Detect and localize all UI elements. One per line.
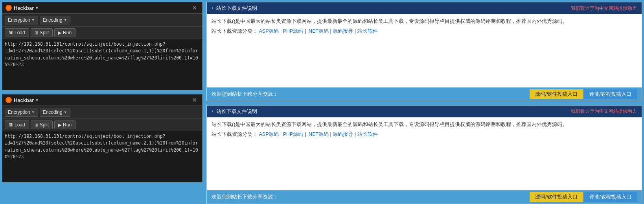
site-card-2-category-prefix: 站长下载资源分类： — [212, 132, 258, 137]
hackbar-2-load-button[interactable]: 🖫 Load — [5, 121, 29, 129]
hackbar-1-toolbar: Encryption ▼ Encoding ▼ — [2, 14, 202, 27]
site-card-1-footer-welcome: 欢迎您到站长下载分享资源： — [212, 91, 529, 98]
hackbar-1-actions: 🖫 Load ⊞ Split ▶ Run — [2, 27, 202, 39]
site-card-1-header-dot: • — [212, 5, 213, 11]
hackbar-1-close-button[interactable]: ✕ — [190, 4, 199, 12]
hackbar-2-encoding-button[interactable]: Encoding ▼ — [40, 108, 70, 117]
site-card-1-body: 站长下载()是中国最大的站长类资源下载网站，提供最新最全的源码和站长类工具下载，… — [207, 14, 642, 87]
split-icon-2: ⊞ — [35, 122, 38, 128]
hackbar-2-textarea[interactable]: http://192.168.31.131/control/sqlinject/… — [2, 131, 202, 182]
site-card-1-category-line: 站长下载资源分类： ASP源码 | PHP源码 | .NET源码 | 源码报导 … — [212, 27, 637, 35]
site-card-2-link-php[interactable]: PHP源码 — [283, 132, 304, 137]
hackbar-1-header: Hackbar ▾ ✕ — [2, 2, 202, 14]
site-card-1-footer: 欢迎您到站长下载分享资源： 源码/软件投稿入口 评测/教程投稿入口 — [207, 87, 642, 101]
site-card-2-slogan: 我们致力于为中文网站提供动力 — [571, 108, 637, 115]
hackbar-1-title: Hackbar ▾ — [6, 5, 38, 11]
hackbar-1-split-label: Split — [40, 30, 49, 35]
site-card-2-submit-btn[interactable]: 源码/软件投稿入口 — [530, 192, 583, 202]
hackbar-1-textarea[interactable]: http://192.168.31.131/control/sqlinject/… — [2, 39, 202, 90]
hackbar-2-close-button[interactable]: ✕ — [190, 96, 199, 104]
hackbar-2-encoding-arrow: ▼ — [64, 110, 67, 114]
site-card-1-review-btn[interactable]: 评测/教程投稿入口 — [584, 89, 637, 99]
hackbar-2-header: Hackbar ▾ ✕ — [2, 95, 202, 106]
site-card-2-link-report[interactable]: 源码报导 — [333, 132, 353, 137]
hackbar-1-title-text: Hackbar — [14, 5, 34, 11]
load-icon-2: 🖫 — [9, 122, 13, 127]
hackbar-1-run-label: Run — [63, 30, 72, 35]
site-card-2-category-line: 站长下载资源分类： ASP源码 | PHP源码 | .NET源码 | 源码报导 … — [212, 130, 637, 139]
hackbar-2-run-label: Run — [63, 122, 72, 128]
firefox-icon-1 — [6, 5, 12, 11]
site-card-2-header: • 站长下载文件说明 我们致力于为中文网站提供动力 — [207, 106, 642, 117]
site-card-2: • 站长下载文件说明 我们致力于为中文网站提供动力 站长下载()是中国最大的站长… — [206, 105, 642, 204]
run-icon-1: ▶ — [58, 30, 61, 35]
run-icon-2: ▶ — [58, 122, 61, 128]
site-card-1-body-text: 站长下载()是中国最大的站长类资源下载网站，提供最新最全的源码和站长类工具下载，… — [212, 17, 637, 26]
site-card-2-body: 站长下载()是中国最大的站长类资源下载网站，提供最新最全的源码和站长类工具下载，… — [207, 117, 642, 191]
site-card-1-submit-btn[interactable]: 源码/软件投稿入口 — [530, 89, 583, 99]
site-card-2-body-text: 站长下载()是中国最大的站长类资源下载网站，提供最新最全的源码和站长类工具下载，… — [212, 121, 637, 129]
site-card-1-link-php[interactable]: PHP源码 — [283, 28, 304, 34]
site-card-2-header-title: • 站长下载文件说明 — [212, 108, 257, 115]
site-card-1-slogan: 我们致力于为中文网站提供动力 — [571, 5, 637, 12]
hackbar-2-toolbar: Encryption ▼ Encoding ▼ — [2, 106, 202, 119]
site-card-1: • 站长下载文件说明 我们致力于为中文网站提供动力 站长下载()是中国最大的站长… — [206, 2, 642, 101]
split-icon-1: ⊞ — [35, 30, 38, 35]
hackbar-2-encryption-button[interactable]: Encryption ▼ — [5, 108, 38, 117]
site-card-1-link-net[interactable]: .NET源码 — [307, 28, 329, 34]
hackbar-2-title-text: Hackbar — [14, 97, 34, 103]
hackbar-1-encoding-button[interactable]: Encoding ▼ — [40, 16, 70, 24]
hackbar-2-arrow[interactable]: ▾ — [36, 98, 38, 103]
site-card-1-category-prefix: 站长下载资源分类： — [212, 28, 258, 34]
hackbar-2-encoding-label: Encoding — [43, 109, 63, 115]
site-card-2-link-net[interactable]: .NET源码 — [307, 132, 329, 137]
hackbar-2-run-button[interactable]: ▶ Run — [54, 121, 75, 129]
site-card-1-header-title: • 站长下载文件说明 — [212, 5, 257, 12]
hackbar-1-arrow[interactable]: ▾ — [36, 6, 38, 11]
hackbar-1-run-button[interactable]: ▶ Run — [54, 28, 75, 37]
left-panel: Hackbar ▾ ✕ Encryption ▼ Encoding ▼ 🖫 Lo… — [0, 0, 204, 204]
hackbar-1-split-button[interactable]: ⊞ Split — [31, 28, 53, 37]
hackbar-1-load-button[interactable]: 🖫 Load — [5, 28, 29, 37]
site-card-2-review-btn[interactable]: 评测/教程投稿入口 — [584, 192, 637, 202]
hackbar-2-title: Hackbar ▾ — [6, 97, 38, 103]
hackbar-1: Hackbar ▾ ✕ Encryption ▼ Encoding ▼ 🖫 Lo… — [2, 2, 202, 90]
hackbar-1-encryption-label: Encryption — [8, 17, 30, 23]
hackbar-2: Hackbar ▾ ✕ Encryption ▼ Encoding ▼ 🖫 Lo… — [2, 94, 202, 182]
right-panel: • 站长下载文件说明 我们致力于为中文网站提供动力 站长下载()是中国最大的站长… — [204, 0, 644, 204]
site-card-1-link-software[interactable]: 站长软件 — [357, 28, 378, 34]
hackbar-1-encoding-label: Encoding — [43, 17, 63, 23]
hackbar-2-actions: 🖫 Load ⊞ Split ▶ Run — [2, 119, 202, 131]
site-card-2-footer: 欢迎您到站长下载分享资源： 源码/软件投稿入口 评测/教程投稿入口 — [207, 190, 642, 204]
firefox-icon-2 — [6, 97, 12, 103]
hackbar-2-encryption-arrow: ▼ — [31, 110, 35, 114]
hackbar-1-load-label: Load — [15, 30, 25, 35]
site-card-2-link-software[interactable]: 站长软件 — [357, 132, 378, 137]
hackbar-1-encoding-arrow: ▼ — [64, 18, 67, 22]
site-card-2-header-dot: • — [212, 108, 213, 114]
site-card-2-link-asp[interactable]: ASP源码 — [259, 132, 279, 137]
site-card-1-link-asp[interactable]: ASP源码 — [259, 28, 279, 34]
site-card-1-header: • 站长下载文件说明 我们致力于为中文网站提供动力 — [207, 2, 642, 14]
hackbar-2-split-label: Split — [40, 122, 49, 128]
hackbar-2-load-label: Load — [15, 122, 25, 128]
hackbar-1-encryption-button[interactable]: Encryption ▼ — [5, 16, 38, 24]
separator — [204, 101, 644, 103]
hackbar-2-encryption-label: Encryption — [8, 109, 30, 115]
hackbar-1-encryption-arrow: ▼ — [31, 18, 35, 22]
site-card-2-footer-welcome: 欢迎您到站长下载分享资源： — [212, 194, 529, 200]
hackbar-2-split-button[interactable]: ⊞ Split — [31, 121, 53, 129]
site-card-1-link-report[interactable]: 源码报导 — [333, 28, 353, 34]
load-icon-1: 🖫 — [9, 30, 13, 35]
